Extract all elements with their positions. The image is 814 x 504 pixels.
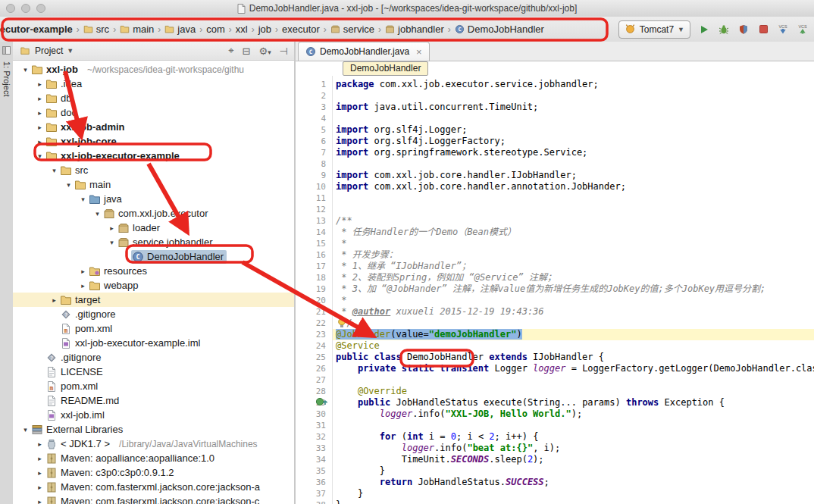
code-line-33[interactable]: logger.info("beat at:{}", i); bbox=[336, 443, 814, 454]
code-line-27[interactable] bbox=[336, 374, 814, 386]
breadcrumb-item-job[interactable]: job bbox=[258, 23, 271, 35]
breadcrumb-item-com[interactable]: com bbox=[206, 23, 225, 35]
code-line-17[interactable]: * 1、继承 “IJobHandler”； bbox=[336, 261, 814, 272]
zoom-button[interactable] bbox=[36, 4, 45, 13]
code-line-18[interactable]: * 2、装配到Spring，例如加 “@Service” 注解； bbox=[336, 272, 814, 283]
tree-row-db[interactable]: ▸db bbox=[13, 91, 294, 105]
code-line-20[interactable]: * bbox=[336, 295, 814, 306]
tree-toggle-icon[interactable]: ▸ bbox=[35, 469, 45, 477]
code-line-24[interactable]: @Service bbox=[336, 340, 814, 352]
code-line-29[interactable]: public JobHandleStatus execute(String...… bbox=[336, 397, 814, 409]
run-button[interactable] bbox=[697, 22, 712, 37]
project-panel-title[interactable]: Project bbox=[35, 45, 63, 56]
tree-row-maven-c3p0-c3p0-0-9-1-2[interactable]: ▸Maven: c3p0:c3p0:0.9.1.2 bbox=[13, 465, 294, 480]
collapse-all-icon[interactable]: ⊟ bbox=[243, 45, 251, 57]
code-line-9[interactable]: import com.xxl.job.core.handler.IJobHand… bbox=[336, 170, 814, 181]
stop-button[interactable] bbox=[756, 22, 771, 37]
run-configuration-combo[interactable]: Tomcat7 ▼ bbox=[618, 20, 690, 39]
tree-row-external-libraries[interactable]: ▾External Libraries bbox=[13, 422, 294, 437]
tree-toggle-icon[interactable]: ▾ bbox=[78, 196, 88, 203]
close-button[interactable] bbox=[6, 4, 15, 13]
code-line-35[interactable]: } bbox=[336, 465, 814, 477]
settings-gear-icon[interactable]: ⚙▾ bbox=[258, 45, 271, 57]
tree-row-resources[interactable]: ▸resources bbox=[13, 264, 294, 278]
tree-row-xxl-job[interactable]: ▾xxl-job~/workspaces/idea-git-workspace/… bbox=[13, 62, 294, 77]
tree-toggle-icon[interactable]: ▾ bbox=[20, 426, 30, 434]
code-line-16[interactable]: * 开发步骤： bbox=[336, 249, 814, 261]
vcs-update-button[interactable]: VCS bbox=[775, 22, 791, 37]
code-line-25[interactable]: public class DemoJobHandler extends IJob… bbox=[336, 352, 814, 363]
bulb-icon[interactable] bbox=[337, 318, 354, 329]
code-line-38[interactable]: } bbox=[336, 499, 814, 504]
tree-row--gitignore[interactable]: ?.gitignore bbox=[13, 307, 294, 321]
code-line-4[interactable] bbox=[336, 113, 814, 124]
tree-row-xxl-job-core[interactable]: ▸xxl-job-core bbox=[13, 134, 294, 149]
vcs-commit-button[interactable]: VCS bbox=[795, 22, 810, 37]
editor-breadcrumb-chip[interactable]: DemoJobHandler bbox=[343, 61, 428, 76]
tree-row-demojobhandler[interactable]: CDemoJobHandler bbox=[13, 249, 294, 264]
tree-row-xxl-job-executor-example[interactable]: ▾xxl-job-executor-example bbox=[13, 149, 294, 163]
tree-toggle-icon[interactable]: ▸ bbox=[35, 498, 45, 504]
tree-row--gitignore[interactable]: ?.gitignore bbox=[13, 350, 294, 365]
code-line-12[interactable] bbox=[336, 204, 814, 215]
tree-row-xxl-job-admin[interactable]: ▸xxl-job-admin bbox=[13, 120, 294, 134]
breadcrumb-item-src[interactable]: src bbox=[83, 23, 109, 35]
breadcrumb-item-xxl[interactable]: xxl bbox=[236, 23, 248, 35]
tree-toggle-icon[interactable]: ▸ bbox=[35, 440, 45, 448]
tree-row-com-xxl-job-executor[interactable]: ▾com.xxl.job.executor bbox=[13, 206, 294, 221]
tree-row-main[interactable]: ▾main bbox=[13, 177, 294, 192]
coverage-button[interactable] bbox=[736, 22, 751, 37]
code-line-37[interactable]: } bbox=[336, 488, 814, 499]
code-line-21[interactable]: * @author xuxueli 2015-12-19 19:43:36 bbox=[336, 306, 814, 318]
tree-toggle-icon[interactable]: ▸ bbox=[35, 95, 45, 102]
tree-row-doc[interactable]: ▸doc bbox=[13, 105, 294, 120]
tree-row--idea[interactable]: ▸.idea bbox=[13, 77, 294, 91]
tool-window-icon[interactable] bbox=[2, 46, 11, 55]
tree-toggle-icon[interactable]: ▾ bbox=[35, 152, 45, 160]
breadcrumb-item-executor[interactable]: executor bbox=[282, 23, 320, 35]
project-tool-button[interactable]: 1: Project bbox=[2, 61, 11, 96]
tree-toggle-icon[interactable]: ▾ bbox=[92, 210, 102, 218]
breadcrumb-item-xxl-job-executor-example[interactable]: xxl-job-executor-example bbox=[0, 23, 73, 35]
code-line-19[interactable]: * 3、加 “@JobHander” 注解，注解value值为新增任务生成的Jo… bbox=[336, 283, 814, 295]
code-line-3[interactable]: import java.util.concurrent.TimeUnit; bbox=[336, 102, 814, 113]
code-line-34[interactable]: TimeUnit.SECONDS.sleep(2); bbox=[336, 454, 814, 465]
code-line-10[interactable]: import com.xxl.job.core.handler.annotati… bbox=[336, 181, 814, 193]
code-line-13[interactable]: /** bbox=[336, 215, 814, 227]
tree-toggle-icon[interactable]: ▾ bbox=[20, 66, 30, 74]
tree-toggle-icon[interactable]: ▸ bbox=[49, 296, 59, 304]
minimize-button[interactable] bbox=[21, 4, 30, 13]
tree-row-target[interactable]: ▸target bbox=[13, 293, 294, 307]
tree-toggle-icon[interactable]: ▸ bbox=[35, 484, 45, 491]
code-line-5[interactable]: import org.slf4j.Logger; bbox=[336, 124, 814, 136]
tree-row-maven-com-fasterxml-jackson-core-jackson-a[interactable]: ▸Maven: com.fasterxml.jackson.core:jacks… bbox=[13, 480, 294, 494]
hide-panel-icon[interactable]: ⊣ bbox=[280, 45, 288, 57]
code-line-7[interactable]: import org.springframework.stereotype.Se… bbox=[336, 147, 814, 158]
tree-toggle-icon[interactable]: ▸ bbox=[35, 138, 45, 146]
breadcrumb-item-java[interactable]: java bbox=[164, 23, 196, 35]
tree-toggle-icon[interactable]: ▾ bbox=[64, 181, 74, 189]
tree-row--jdk1-7-[interactable]: ▸< JDK1.7 >/Library/Java/JavaVirtualMach… bbox=[13, 437, 294, 451]
tree-row-license[interactable]: LICENSE bbox=[13, 365, 294, 379]
tree-row-xxl-job-iml[interactable]: xxl-job.iml bbox=[13, 408, 294, 422]
tree-toggle-icon[interactable]: ▸ bbox=[107, 224, 117, 232]
breadcrumb-item-jobhandler[interactable]: jobhandler bbox=[385, 23, 444, 35]
code-line-28[interactable]: @Override bbox=[336, 386, 814, 397]
tree-toggle-icon[interactable]: ▾ bbox=[49, 167, 59, 174]
tree-row-src[interactable]: ▾src bbox=[13, 163, 294, 177]
code-line-14[interactable]: * 任务Handler的一个Demo（Bean模式） bbox=[336, 227, 814, 238]
code-line-2[interactable] bbox=[336, 90, 814, 102]
breadcrumb-item-service[interactable]: service bbox=[330, 23, 374, 35]
tree-row-maven-aopalliance-aopalliance-1-0[interactable]: ▸Maven: aopalliance:aopalliance:1.0 bbox=[13, 451, 294, 465]
tab-demojobhandler[interactable]: C DemoJobHandler.java × bbox=[298, 42, 430, 61]
tree-row-webapp[interactable]: ▸webapp bbox=[13, 278, 294, 293]
tree-toggle-icon[interactable]: ▸ bbox=[35, 80, 45, 88]
tab-close-icon[interactable]: × bbox=[416, 46, 422, 58]
code-line-6[interactable]: import org.slf4j.LoggerFactory; bbox=[336, 136, 814, 147]
tree-row-loader[interactable]: ▸loader bbox=[13, 221, 294, 235]
code-line-11[interactable] bbox=[336, 193, 814, 204]
code-area[interactable]: 1234567891011121314151617181920212223242… bbox=[296, 76, 814, 504]
code-line-30[interactable]: logger.info("XXL-JOB, Hello World."); bbox=[336, 409, 814, 420]
tree-toggle-icon[interactable]: ▸ bbox=[78, 282, 88, 290]
tree-row-pom-xml[interactable]: mpom.xml bbox=[13, 379, 294, 393]
